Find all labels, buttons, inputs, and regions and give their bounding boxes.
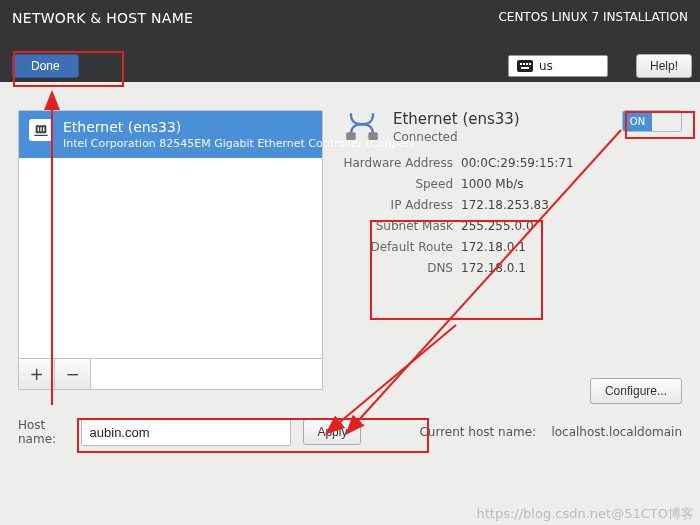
svg-rect-0 bbox=[346, 132, 355, 140]
titlebar: NETWORK & HOST NAME CENTOS LINUX 7 INSTA… bbox=[0, 0, 700, 50]
connection-toggle[interactable]: ON bbox=[622, 110, 682, 132]
keyboard-layout-label: us bbox=[539, 59, 553, 73]
current-hostname-label: Current host name: bbox=[419, 425, 536, 439]
page-title: NETWORK & HOST NAME bbox=[12, 10, 193, 26]
product-title: CENTOS LINUX 7 INSTALLATION bbox=[498, 10, 688, 24]
toggle-on-label: ON bbox=[623, 111, 652, 131]
kv-label: Subnet Mask bbox=[343, 219, 461, 233]
kv-value: 00:0C:29:59:15:71 bbox=[461, 156, 574, 170]
hostname-input[interactable] bbox=[81, 418, 292, 446]
current-hostname-value: localhost.localdomain bbox=[551, 425, 682, 439]
kv-label: Hardware Address bbox=[343, 156, 461, 170]
kv-value: 172.18.0.1 bbox=[461, 261, 526, 275]
ethernet-large-icon bbox=[343, 110, 381, 144]
hostname-label: Host name: bbox=[18, 418, 69, 446]
kv-value: 255.255.0.0 bbox=[461, 219, 534, 233]
add-nic-button[interactable]: + bbox=[19, 359, 55, 389]
remove-nic-button[interactable]: − bbox=[55, 359, 91, 389]
nic-detail: Ethernet (ens33) Connected ON Hardware A… bbox=[343, 110, 682, 390]
kv-value: 172.18.253.83 bbox=[461, 198, 549, 212]
kv-label: Speed bbox=[343, 177, 461, 191]
ethernet-icon bbox=[29, 119, 53, 141]
accent-bar: Done us Help! bbox=[0, 50, 700, 82]
help-button[interactable]: Help! bbox=[636, 54, 692, 78]
kv-label: DNS bbox=[343, 261, 461, 275]
nic-list: Ethernet (ens33) Intel Corporation 82545… bbox=[18, 110, 323, 390]
host-row: Host name: Apply Current host name: loca… bbox=[0, 400, 700, 458]
keyboard-layout-selector[interactable]: us bbox=[508, 55, 608, 77]
watermark: https://blog.csdn.net@51CTO博客 bbox=[477, 505, 694, 523]
kv-value: 1000 Mb/s bbox=[461, 177, 524, 191]
main-content: Ethernet (ens33) Intel Corporation 82545… bbox=[0, 82, 700, 400]
done-button[interactable]: Done bbox=[12, 54, 79, 78]
detail-status: Connected bbox=[393, 130, 520, 144]
svg-rect-1 bbox=[368, 132, 377, 140]
kv-label: IP Address bbox=[343, 198, 461, 212]
nic-list-item[interactable]: Ethernet (ens33) Intel Corporation 82545… bbox=[19, 111, 322, 158]
configure-button[interactable]: Configure... bbox=[590, 378, 682, 404]
apply-button[interactable]: Apply bbox=[303, 419, 361, 445]
kv-value: 172.18.0.1 bbox=[461, 240, 526, 254]
keyboard-icon bbox=[517, 60, 533, 72]
kv-label: Default Route bbox=[343, 240, 461, 254]
detail-title: Ethernet (ens33) bbox=[393, 110, 520, 128]
